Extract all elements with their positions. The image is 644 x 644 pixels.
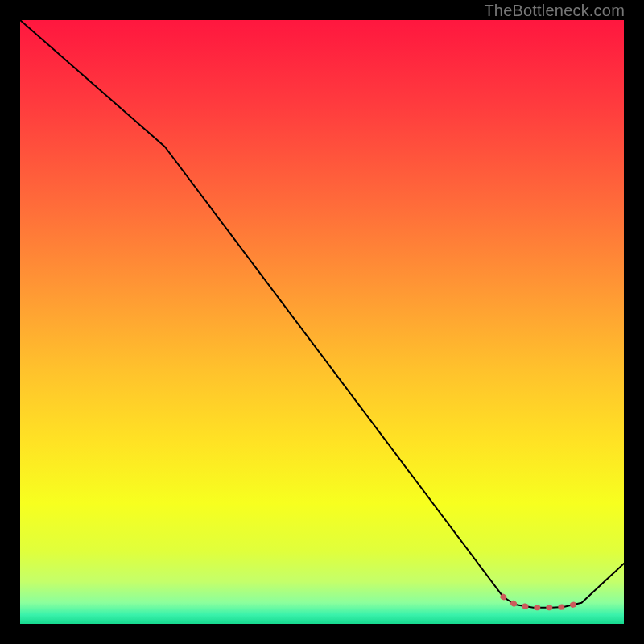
attribution-text: TheBottleneck.com (484, 2, 625, 20)
chart-frame: TheBottleneck.com (0, 0, 644, 644)
bottleneck-chart (20, 20, 624, 624)
gradient-background (20, 20, 624, 624)
